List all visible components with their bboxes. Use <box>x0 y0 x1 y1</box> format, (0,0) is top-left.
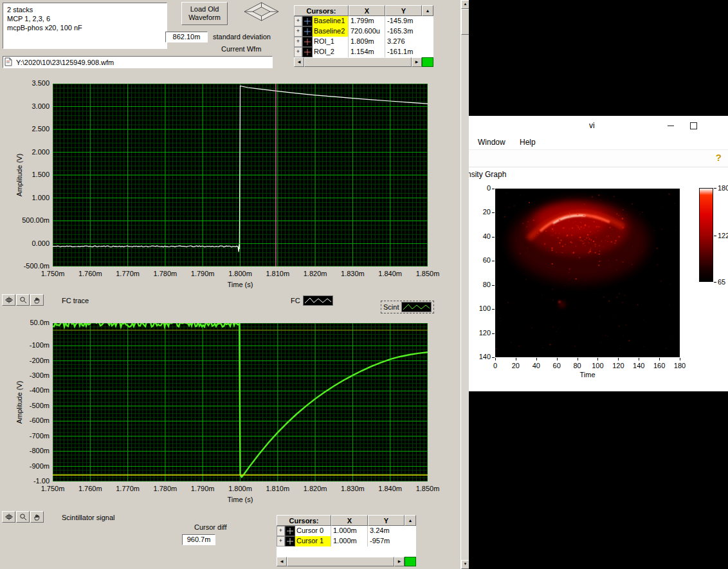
col-x-header: X <box>331 515 368 526</box>
expand-button[interactable]: + <box>294 26 302 37</box>
cursor-row[interactable]: +ROI_21.154m-161.1m <box>294 47 433 57</box>
y-tick-label: 2.500 <box>0 125 50 133</box>
menu-bar: Window Help <box>469 135 728 149</box>
standard-deviation-value: 862.10m <box>165 32 208 42</box>
cursor-x-value: 1.000m <box>331 536 368 546</box>
y-tick-label: 20 <box>473 208 491 216</box>
minimize-button[interactable] <box>660 116 682 135</box>
horizontal-scrollbar[interactable]: ◀ ▶ <box>277 557 405 566</box>
expand-button[interactable]: + <box>294 37 302 47</box>
graph1-palette <box>2 294 44 306</box>
y-tick-label: 40 <box>473 232 491 240</box>
cursor-row[interactable]: +ROI_11.809m3.276 <box>294 37 433 47</box>
menu-window[interactable]: Window <box>478 138 505 147</box>
cursor-marker-icon <box>302 26 313 37</box>
cursor-x-value: 720.600u <box>349 26 385 37</box>
x-tick-label: 1.800m <box>221 270 260 277</box>
cursor-y-value: -145.9m <box>385 16 422 26</box>
pan-tool-button[interactable] <box>30 511 44 523</box>
cursor-tool-button[interactable] <box>2 511 15 523</box>
cursor-y-value: -161.1m <box>385 47 422 57</box>
tick-mark <box>495 358 496 360</box>
cursor-y-value: 3.276 <box>385 37 422 47</box>
color-scale-bar <box>699 188 713 282</box>
pan-tool-button[interactable] <box>30 294 44 306</box>
expand-button[interactable]: + <box>294 16 302 26</box>
cursor-row[interactable]: +Cursor 11.000m-957m <box>277 536 416 546</box>
scrollbar-track[interactable] <box>287 557 394 566</box>
x-tick-label: 1.790m <box>183 270 222 277</box>
context-help-icon[interactable]: ? <box>716 152 722 163</box>
scroll-right-button[interactable]: ▶ <box>394 557 405 566</box>
tick-mark <box>714 188 716 189</box>
y-tick-label: -800m <box>0 447 50 454</box>
fc-plot-legend[interactable]: FC <box>291 295 333 306</box>
tick-mark <box>639 358 639 360</box>
x-tick-label: 100 <box>588 362 607 369</box>
cursor-row[interactable]: +Cursor 01.000m3.24m <box>277 526 416 536</box>
file-page-icon <box>5 57 15 67</box>
x-tick-label: 1.850m <box>408 485 447 492</box>
diamond-icon[interactable] <box>242 1 280 22</box>
horizontal-scrollbar[interactable]: ◀ ▶ <box>294 57 422 67</box>
notes-line: MCP 1, 2,3, 6 <box>7 14 163 23</box>
expand-button[interactable]: + <box>294 47 302 57</box>
col-y-header: Y <box>368 515 405 526</box>
zoom-tool-button[interactable] <box>16 294 30 306</box>
cursor-diff-value: 960.7m <box>182 534 215 545</box>
intensity-window: vi Window Help ? Intensity Graph Time 02… <box>469 116 728 391</box>
x-tick-label: 1.820m <box>296 485 334 492</box>
intensity-graph-plot[interactable] <box>495 189 680 357</box>
x-tick-label: 1.850m <box>408 270 447 277</box>
zoom-tool-button[interactable] <box>16 511 30 523</box>
cursor-name: Baseline2 <box>313 26 349 37</box>
x-tick-label: 1.770m <box>109 270 147 277</box>
cursor-row[interactable]: +Baseline11.799m-145.9m <box>294 16 433 26</box>
scint-graph-plot[interactable] <box>53 323 428 481</box>
fc-graph-plot[interactable] <box>53 84 428 266</box>
intensity-x-axis-title: Time <box>495 371 680 378</box>
file-path-input[interactable]: Y:\2020\10\23\125949.908.wfm <box>3 56 273 68</box>
y-tick-label: 80 <box>473 281 491 288</box>
tick-mark <box>492 333 495 334</box>
x-tick-label: 160 <box>650 362 669 369</box>
x-tick-label: 20 <box>506 362 525 369</box>
vertical-scrollbar[interactable]: ▲ ▼ <box>460 0 469 569</box>
expand-button[interactable]: + <box>277 536 285 546</box>
x-tick-label: 1.840m <box>371 270 410 277</box>
load-old-waveform-button[interactable]: Load Old Waveform <box>181 2 228 25</box>
x-tick-label: 1.790m <box>183 485 222 492</box>
y-tick-label: 100 <box>473 304 491 312</box>
cursor-x-value: 1.809m <box>349 37 385 47</box>
tick-mark <box>618 358 619 360</box>
menu-help[interactable]: Help <box>520 138 536 147</box>
cursor-marker-icon <box>302 47 313 57</box>
tick-mark <box>516 358 516 360</box>
expand-button[interactable]: + <box>277 526 285 536</box>
notes-text-control[interactable]: 2 stacks MCP 1, 2,3, 6 mcpB-phos x20, 10… <box>3 3 167 49</box>
scroll-up-button[interactable]: ▲ <box>422 5 433 16</box>
scroll-left-button[interactable]: ◀ <box>277 557 287 566</box>
scint-plot-legend[interactable]: Scint <box>381 301 434 313</box>
cursor-name: ROI_1 <box>313 37 349 47</box>
cursor-tool-button[interactable] <box>2 294 15 306</box>
minimize-icon <box>668 126 674 126</box>
scroll-left-button[interactable]: ◀ <box>294 57 304 67</box>
scint-legend-label: Scint <box>383 303 399 311</box>
x-tick-label: 80 <box>568 362 587 369</box>
scroll-up-button[interactable]: ▲ <box>405 515 416 526</box>
y-tick-label: -500.0m <box>0 262 50 270</box>
cursor-x-value: 1.154m <box>349 47 385 57</box>
maximize-button[interactable] <box>682 116 704 135</box>
x-tick-label: 1.800m <box>221 485 260 492</box>
y-tick-label: -200m <box>0 357 50 364</box>
tick-mark <box>492 237 495 238</box>
g1-x-axis-title: Time (s) <box>53 281 428 288</box>
scrollbar-track[interactable] <box>304 57 412 67</box>
cursor-row[interactable]: +Baseline2720.600u-165.3m <box>294 26 433 37</box>
autoscale-indicator[interactable] <box>405 557 416 566</box>
autoscale-indicator[interactable] <box>422 57 433 67</box>
tick-mark <box>492 357 495 358</box>
title-bar[interactable]: vi <box>469 116 728 136</box>
scroll-right-button[interactable]: ▶ <box>412 57 422 67</box>
